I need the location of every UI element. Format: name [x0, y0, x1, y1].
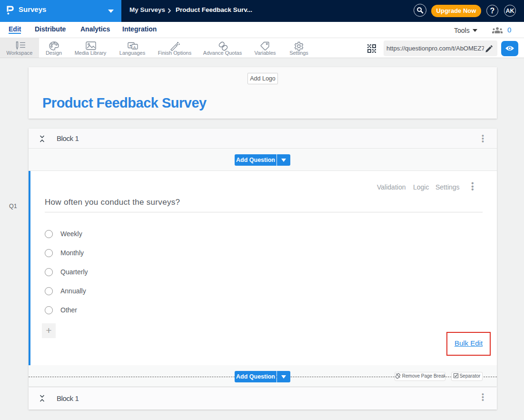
svg-text:★: ★: [129, 44, 132, 47]
svg-text:A: A: [133, 45, 136, 50]
